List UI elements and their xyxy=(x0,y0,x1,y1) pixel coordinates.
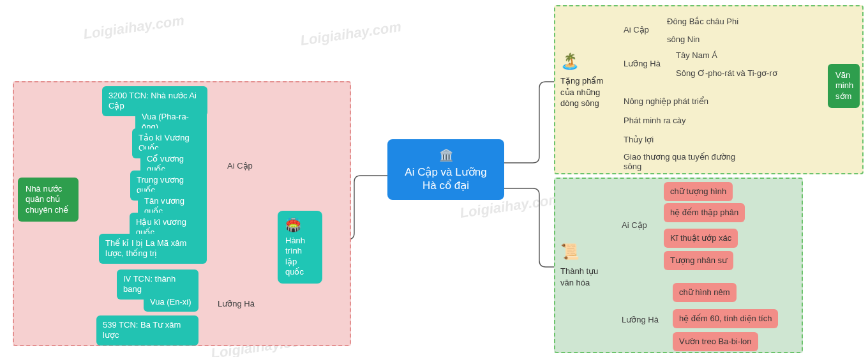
leaf-culture-egypt-0: chữ tượng hình xyxy=(664,182,733,201)
branch-formation-label: Hành trình lập quốc xyxy=(285,236,305,277)
leaf-culture-egypt-1: hệ đếm thập phân xyxy=(664,203,745,222)
branch-culture-label: Thành tựu văn hóa xyxy=(560,266,598,287)
leaf-rivers-common-0: Nông nghiệp phát triển xyxy=(622,94,710,109)
leaf-culture-meso-0: chữ hình nêm xyxy=(673,283,737,302)
branch-rivers-label: Tặng phẩm của những dòng sông xyxy=(560,76,603,108)
mindmap-canvas: Loigiaihay.com Loigiaihay.com Loigiaihay… xyxy=(0,0,868,357)
mid-meso-culture: Lưỡng Hà xyxy=(620,312,660,327)
leaf-rivers-common-3: Giao thương qua tuyến đường sông xyxy=(622,149,750,174)
branch-culture: 📜 Thành tựu văn hóa xyxy=(560,241,600,288)
side-label-early-civ: Văn minh sớm xyxy=(828,64,860,108)
castle-icon: 🏛️ xyxy=(398,148,494,163)
watermark: Loigiaihay.com xyxy=(82,12,185,43)
leaf-rivers-meso-1: Sông Ơ-pho-rát và Ti-gơ-rơ xyxy=(675,66,779,80)
branch-formation: 🏟️ Hành trình lập quốc xyxy=(278,211,322,284)
leaf-rivers-egypt-1: sông Nin xyxy=(666,32,701,47)
mid-egypt-formation: Ai Cập xyxy=(226,158,254,173)
mid-meso-rivers: Lưỡng Hà xyxy=(622,56,662,71)
leaf-culture-egypt-3: Tượng nhân sư xyxy=(664,251,733,270)
mid-egypt-culture: Ai Cập xyxy=(620,218,648,232)
temple-icon: 🏟️ xyxy=(285,217,315,233)
mid-meso-formation: Lưỡng Hà xyxy=(216,296,256,311)
branch-rivers: 🏝️ Tặng phẩm của những dòng sông xyxy=(560,51,604,109)
root-node: 🏛️ Ai Cập và Lưỡng Hà cổ đại xyxy=(387,139,504,200)
watermark: Loigiaihay.com xyxy=(299,19,402,49)
leaf-culture-meso-2: Vườn treo Ba-bi-lon xyxy=(673,332,758,351)
leaf-formation-meso-1: Vua (En-xi) xyxy=(144,292,198,312)
root-title: Ai Cập và Lưỡng Hà cổ đại xyxy=(405,166,486,192)
side-label-monarchy: Nhà nước quân chủ chuyên chế xyxy=(18,178,79,222)
leaf-formation-egypt-7: Thế kỉ I bị La Mã xâm lược, thống trị xyxy=(99,234,207,264)
mid-egypt-rivers: Ai Cập xyxy=(622,22,650,37)
leaf-formation-meso-2: 539 TCN: Ba Tư xâm lược xyxy=(96,315,198,346)
leaf-culture-meso-1: hệ đếm 60, tính diện tích xyxy=(673,309,778,328)
leaf-rivers-common-1: Phát minh ra cày xyxy=(622,113,687,128)
scroll-icon: 📜 xyxy=(560,241,600,262)
leaf-rivers-meso-0: Tây Nam Á xyxy=(675,48,719,63)
leaf-rivers-egypt-0: Đông Bắc châu Phi xyxy=(666,14,740,29)
leaf-rivers-common-2: Thủy lợi xyxy=(622,132,655,147)
palm-icon: 🏝️ xyxy=(560,51,604,72)
leaf-culture-egypt-2: Kĩ thuật ướp xác xyxy=(664,229,738,248)
